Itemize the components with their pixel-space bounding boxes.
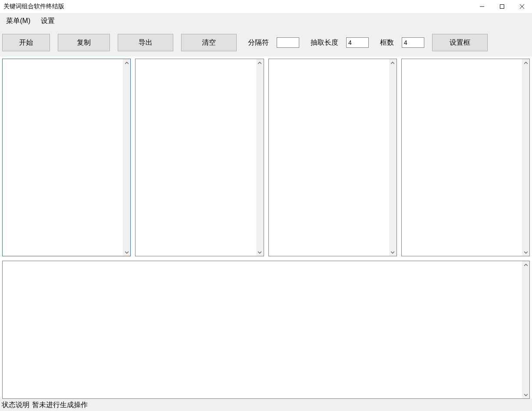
minimize-icon xyxy=(480,4,484,9)
output-textarea[interactable] xyxy=(3,261,529,398)
separator-label: 分隔符 xyxy=(248,38,269,47)
set-box-button[interactable]: 设置框 xyxy=(432,34,488,51)
minimize-button[interactable] xyxy=(472,0,492,13)
menu-settings[interactable]: 设置 xyxy=(41,17,55,26)
output-area xyxy=(0,256,532,399)
copy-button[interactable]: 复制 xyxy=(58,34,110,51)
window-title: 关键词组合软件终结版 xyxy=(3,3,64,10)
scrollbar[interactable] xyxy=(522,261,529,398)
count-input[interactable] xyxy=(402,37,424,48)
input-columns xyxy=(0,56,532,256)
scroll-up-icon[interactable] xyxy=(522,261,529,268)
maximize-icon xyxy=(500,4,504,9)
clear-button[interactable]: 清空 xyxy=(181,34,237,51)
status-label: 状态说明 xyxy=(2,401,30,410)
close-icon xyxy=(520,4,524,9)
export-button[interactable]: 导出 xyxy=(118,34,173,51)
scroll-down-icon[interactable] xyxy=(522,249,529,256)
scroll-up-icon[interactable] xyxy=(522,59,529,66)
start-button[interactable]: 开始 xyxy=(2,34,50,51)
count-label: 框数 xyxy=(380,38,394,47)
scroll-down-icon[interactable] xyxy=(389,249,397,256)
input-column-3 xyxy=(268,59,397,256)
window-controls xyxy=(472,0,532,13)
scroll-up-icon[interactable] xyxy=(256,59,264,66)
statusbar: 状态说明 暂未进行生成操作 xyxy=(0,399,532,411)
scroll-up-icon[interactable] xyxy=(389,59,397,66)
scroll-up-icon[interactable] xyxy=(123,59,130,66)
input-textarea-4[interactable] xyxy=(402,59,529,256)
toolbar: 开始 复制 导出 清空 分隔符 抽取长度 框数 设置框 xyxy=(0,29,532,56)
input-column-4 xyxy=(401,59,530,256)
close-button[interactable] xyxy=(512,0,532,13)
input-column-2 xyxy=(135,59,264,256)
input-textarea-3[interactable] xyxy=(269,59,397,256)
menubar: 菜单(M) 设置 xyxy=(0,13,532,29)
length-label: 抽取长度 xyxy=(311,38,338,47)
output-box xyxy=(2,261,530,399)
scroll-down-icon[interactable] xyxy=(256,249,264,256)
scrollbar[interactable] xyxy=(522,59,529,256)
svg-rect-1 xyxy=(500,5,504,9)
input-column-1 xyxy=(2,59,131,256)
scroll-down-icon[interactable] xyxy=(522,391,529,398)
separator-input[interactable] xyxy=(277,37,299,48)
status-text: 暂未进行生成操作 xyxy=(32,401,88,410)
length-input[interactable] xyxy=(346,37,369,48)
input-textarea-1[interactable] xyxy=(3,59,130,256)
scroll-down-icon[interactable] xyxy=(123,249,130,256)
menu-menu[interactable]: 菜单(M) xyxy=(6,17,30,26)
scrollbar[interactable] xyxy=(389,59,397,256)
scrollbar[interactable] xyxy=(123,59,130,256)
titlebar: 关键词组合软件终结版 xyxy=(0,0,532,13)
maximize-button[interactable] xyxy=(492,0,512,13)
scrollbar[interactable] xyxy=(256,59,264,256)
input-textarea-2[interactable] xyxy=(135,59,263,256)
